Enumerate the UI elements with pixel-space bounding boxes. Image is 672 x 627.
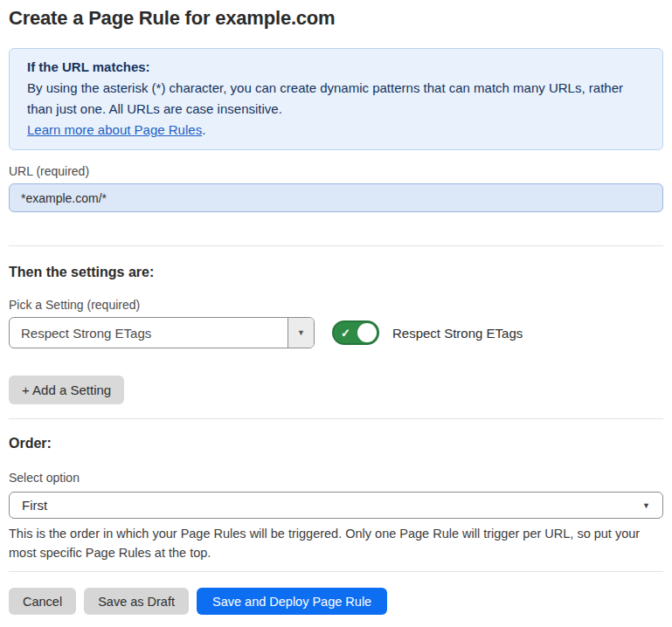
page-rule-form: Create a Page Rule for example.com If th… — [0, 7, 672, 615]
add-setting-button[interactable]: + Add a Setting — [9, 376, 124, 404]
order-select-label: Select option — [9, 471, 663, 485]
chevron-down-icon: ▼ — [642, 501, 650, 510]
section-divider — [9, 418, 663, 419]
order-select[interactable]: First ▼ — [9, 492, 663, 519]
info-box-heading: If the URL matches: — [27, 57, 645, 78]
setting-row: Respect Strong ETags ▼ ✓ Respect Strong … — [9, 317, 663, 348]
settings-section-heading: Then the settings are: — [9, 264, 663, 280]
url-input[interactable] — [9, 183, 663, 212]
link-suffix: . — [202, 122, 205, 137]
check-icon: ✓ — [341, 327, 350, 339]
info-box-body: By using the asterisk (*) character, you… — [27, 78, 645, 120]
info-box-link-line: Learn more about Page Rules. — [27, 120, 645, 141]
order-select-value: First — [22, 498, 47, 513]
chevron-down-icon: ▼ — [297, 328, 305, 337]
save-draft-button[interactable]: Save as Draft — [84, 588, 189, 615]
order-help-text: This is the order in which your Page Rul… — [9, 524, 663, 562]
url-field-label: URL (required) — [9, 164, 663, 178]
pick-setting-label: Pick a Setting (required) — [9, 298, 663, 312]
section-divider — [9, 245, 663, 246]
setting-toggle-label: Respect Strong ETags — [392, 326, 523, 341]
save-deploy-button[interactable]: Save and Deploy Page Rule — [197, 588, 387, 615]
page-title: Create a Page Rule for example.com — [9, 7, 663, 30]
learn-more-link[interactable]: Learn more about Page Rules — [27, 122, 202, 137]
url-match-info-box: If the URL matches: By using the asteris… — [9, 48, 663, 150]
footer-divider — [9, 571, 663, 572]
setting-dropdown[interactable]: Respect Strong ETags ▼ — [9, 317, 315, 348]
setting-toggle[interactable]: ✓ — [332, 320, 379, 345]
toggle-knob — [357, 323, 377, 342]
setting-dropdown-arrow-button[interactable]: ▼ — [288, 318, 314, 348]
order-section-heading: Order: — [9, 435, 663, 451]
cancel-button[interactable]: Cancel — [9, 588, 76, 615]
footer-actions: Cancel Save as Draft Save and Deploy Pag… — [9, 588, 663, 615]
setting-dropdown-value: Respect Strong ETags — [10, 318, 288, 348]
